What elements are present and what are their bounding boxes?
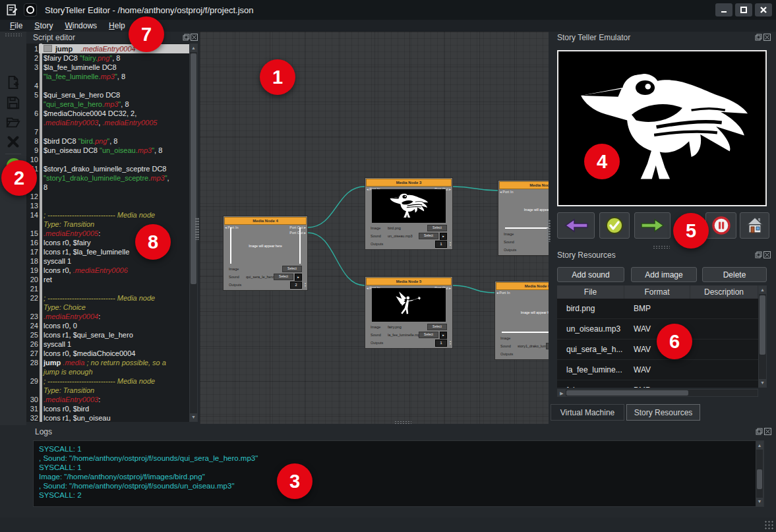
select-button[interactable]: Select <box>274 274 293 280</box>
delete-button[interactable]: Delete <box>702 267 767 282</box>
code-text: jump .mediaEntry0004 <box>39 44 190 53</box>
close-panel-icon[interactable] <box>764 428 771 435</box>
field-label: Image <box>500 336 518 340</box>
float-panel-icon[interactable] <box>183 34 190 41</box>
code-token: , 8 <box>112 54 120 62</box>
code-token: mp3 <box>100 73 114 80</box>
code-text: jump is enough <box>39 367 190 376</box>
resource-row[interactable]: bird.pngBMP <box>557 299 758 319</box>
select-button[interactable]: Select <box>427 225 447 231</box>
resources-vscrollbar[interactable]: ▲ ▼ <box>758 285 767 388</box>
code-text: ; ---------------------------- Media nod… <box>39 376 190 386</box>
tab-virtual-machine[interactable]: Virtual Machine <box>551 404 624 421</box>
outputs-spinner[interactable]: 2▴ ▾ <box>290 281 302 289</box>
toolbar-drag-handle[interactable] <box>5 33 22 37</box>
code-token: "la_fee_luminelle. <box>44 73 100 80</box>
menu-help[interactable]: Help <box>103 21 131 30</box>
resources-title: Story Resources <box>557 251 616 260</box>
annotation-4: 4 <box>584 144 620 179</box>
select-button[interactable]: Select <box>419 332 438 338</box>
minimize-button[interactable] <box>715 3 732 16</box>
close-cross-icon[interactable] <box>6 134 20 149</box>
add-sound-button[interactable]: Add sound <box>557 267 624 282</box>
float-panel-icon[interactable] <box>755 34 762 41</box>
add-image-button[interactable]: Add image <box>631 267 697 282</box>
code-token: ; ---------------------------- Media nod… <box>44 377 155 385</box>
pause-button[interactable] <box>705 212 736 239</box>
menu-windows[interactable]: Windows <box>59 21 103 30</box>
media-node[interactable]: Media Node 4◂ Port InPort Out ▸Port Out … <box>223 216 308 291</box>
sound-play-button[interactable]: ▸ <box>440 233 447 240</box>
code-token: mp3 <box>138 146 152 154</box>
select-button[interactable]: Select <box>427 324 447 330</box>
column-format[interactable]: Format <box>624 285 690 299</box>
menu-file[interactable]: File <box>4 21 28 30</box>
column-description[interactable]: Description <box>690 285 758 299</box>
logs-output[interactable]: SYSCALL: 1, Sound: "/home/anthony/ostpro… <box>33 440 764 507</box>
node-graph-canvas[interactable]: Media Node 4◂ Port InPort Out ▸Port Out … <box>200 32 549 424</box>
app-logo-icon <box>24 3 37 16</box>
field-label: Sound <box>504 240 521 244</box>
code-token: , 8 <box>117 73 125 80</box>
new-document-icon[interactable] <box>6 75 20 90</box>
sound-play-button[interactable]: ▸ <box>440 332 447 339</box>
code-token: syscall 1 <box>44 257 71 265</box>
float-panel-icon[interactable] <box>755 251 762 258</box>
resource-row[interactable]: fairy.pngBMP <box>557 380 758 388</box>
code-token: lcons r0, $fairy <box>44 239 91 247</box>
field-label: Sound <box>371 333 388 337</box>
node-field-row: Soundun_oiseau.mp3Select▸ <box>371 233 447 239</box>
arrow-right-green-icon <box>640 218 666 233</box>
select-button[interactable]: Select <box>419 233 438 239</box>
next-button[interactable] <box>634 212 671 239</box>
float-panel-icon[interactable] <box>756 428 763 435</box>
resources-hscrollbar[interactable]: ◀ ▶ <box>557 389 758 397</box>
media-node[interactable]: Media Node 6◂ Port InImage will appear h… <box>494 281 549 360</box>
select-button[interactable]: Select <box>546 343 549 349</box>
line-number: 23 <box>26 312 39 321</box>
node-title: Media Node 5 <box>366 278 452 285</box>
logs-scrollbar[interactable]: ▲ ▼ <box>756 441 763 506</box>
outputs-spinner[interactable]: 1▴ ▾ <box>435 340 447 347</box>
line-number: 29 <box>26 376 39 386</box>
close-panel-icon[interactable] <box>191 34 198 41</box>
script-editor[interactable]: 1jump .mediaEntry00042$fairy DC8 "fairy.… <box>26 44 198 422</box>
resource-row[interactable]: la_fee_lumine...WAV <box>557 360 758 380</box>
left-splitter-handle[interactable] <box>195 218 199 240</box>
annotation-2: 2 <box>1 160 37 196</box>
code-token: .mediaEntry0003 <box>44 119 98 127</box>
code-text: .mediaEntry0003: <box>39 395 190 404</box>
node-field-row: Imagefairy.pngSelect <box>371 324 447 330</box>
column-file[interactable]: File <box>557 285 624 299</box>
sound-play-button[interactable]: ▸ <box>295 274 302 281</box>
resize-grip[interactable] <box>764 520 773 529</box>
node-field-row: Outputs▴ ▾ <box>504 247 549 253</box>
emulator-splitter-handle[interactable] <box>653 245 670 249</box>
right-splitter-handle[interactable] <box>547 220 551 242</box>
node-image-placeholder: Image will appear here <box>230 227 301 264</box>
validate-button[interactable] <box>599 212 630 239</box>
close-panel-icon[interactable] <box>763 251 771 258</box>
menu-story[interactable]: Story <box>28 21 59 30</box>
home-button[interactable] <box>740 212 769 239</box>
bottom-splitter-handle[interactable] <box>394 421 411 425</box>
media-node[interactable]: Media Node◂ Port InImage will appear her… <box>498 180 549 256</box>
tab-story-resources[interactable]: Story Resources <box>626 404 700 421</box>
media-node[interactable]: Media Node 5◂ Port InPort Out ▸ Imagefai… <box>365 276 453 349</box>
emulator-screen <box>557 50 767 206</box>
node-image-placeholder: Image will appear here <box>505 192 549 229</box>
previous-button[interactable] <box>557 212 595 239</box>
cell-format: BMP <box>624 299 690 318</box>
save-icon[interactable] <box>6 96 20 110</box>
arrow-left-purple-icon <box>563 218 589 233</box>
maximize-button[interactable] <box>735 3 752 16</box>
code-line: 25lcons r1, $qui_sera_le_hero <box>26 330 190 340</box>
code-token: .mediaEntry0006 <box>73 266 128 274</box>
outputs-spinner[interactable]: 1▴ ▾ <box>435 241 447 248</box>
menubar: FileStoryWindowsHelp <box>0 20 776 32</box>
close-panel-icon[interactable] <box>763 34 771 41</box>
media-node[interactable]: Media Node 3◂ Port InPort Out ▸ Imagebir… <box>365 177 453 250</box>
select-button[interactable]: Select <box>282 266 302 272</box>
close-button[interactable] <box>755 3 772 16</box>
open-folder-icon[interactable] <box>6 115 20 129</box>
